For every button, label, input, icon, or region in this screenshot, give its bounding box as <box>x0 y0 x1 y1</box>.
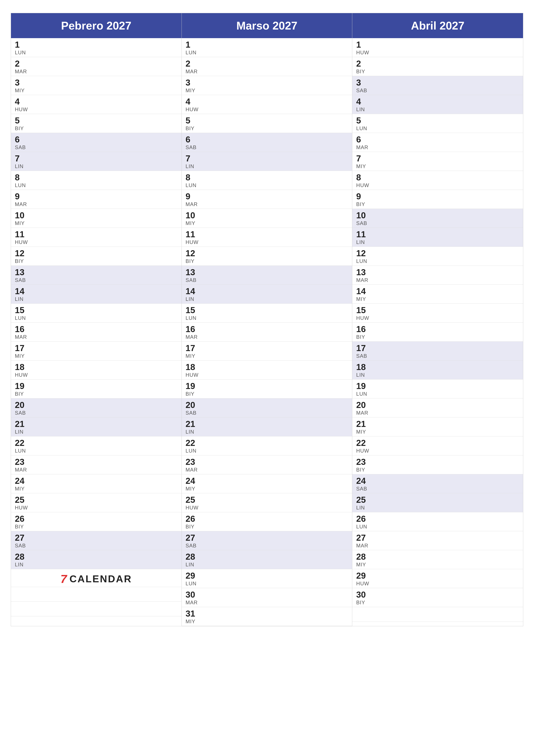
day-name: MIY <box>186 618 348 625</box>
day-row: 4HUW <box>182 95 352 114</box>
day-name: MAR <box>186 334 348 340</box>
day-name: LIN <box>15 429 178 435</box>
day-number: 7 <box>186 154 348 163</box>
day-row: 9BIY <box>352 190 523 209</box>
day-row: 1LUN <box>182 38 352 57</box>
day-name: LIN <box>15 562 178 568</box>
day-number: 4 <box>15 97 178 106</box>
day-row: 30BIY <box>352 588 523 607</box>
day-number: 4 <box>186 97 348 106</box>
day-number: 15 <box>186 305 348 315</box>
day-name: LUN <box>15 315 178 321</box>
day-name: SAB <box>356 486 519 492</box>
day-row: 16MAR <box>182 323 352 341</box>
day-number: 29 <box>356 571 519 580</box>
day-row: 27SAB <box>182 531 352 550</box>
month-column-2: 1HUW2BIY3SAB4LIN5LUN6MAR7MIY8HUW9BIY10SA… <box>352 38 523 626</box>
day-number: 7 <box>15 154 178 163</box>
day-name: SAB <box>356 220 519 226</box>
day-row: 2MAR <box>11 57 182 76</box>
day-row: 24MIY <box>182 474 352 493</box>
day-row: 9MAR <box>11 190 182 209</box>
day-name: LUN <box>186 580 348 587</box>
day-number: 2 <box>15 59 178 68</box>
day-name: SAB <box>15 277 178 283</box>
day-row: 7LIN <box>11 152 182 171</box>
day-name: MAR <box>15 334 178 340</box>
day-name: BIY <box>356 600 519 606</box>
day-name: LIN <box>186 296 348 302</box>
day-row: 20MAR <box>352 398 523 418</box>
day-number: 9 <box>15 192 178 201</box>
month-header-1: Marso 2027 <box>182 13 352 38</box>
day-number: 22 <box>186 438 348 447</box>
logo-row: 7CALENDAR <box>11 569 182 587</box>
day-row: 16BIY <box>352 323 523 341</box>
day-number: 26 <box>186 514 348 524</box>
day-row: 4HUW <box>11 95 182 114</box>
day-name: HUW <box>356 315 519 321</box>
day-number: 1 <box>356 40 519 49</box>
day-row: 14LIN <box>182 285 352 304</box>
day-number: 27 <box>356 533 519 542</box>
day-name: MAR <box>186 600 348 606</box>
day-number: 21 <box>186 419 348 429</box>
day-name: SAB <box>356 88 519 94</box>
day-number: 30 <box>186 590 348 599</box>
day-number: 25 <box>356 495 519 504</box>
day-row: 22LUN <box>11 436 182 455</box>
day-number: 1 <box>15 40 178 49</box>
day-row: 17MIY <box>11 341 182 361</box>
day-name: LIN <box>356 372 519 378</box>
day-number: 15 <box>15 305 178 315</box>
day-name: BIY <box>15 524 178 530</box>
day-name: LUN <box>186 448 348 454</box>
day-number: 12 <box>15 249 178 258</box>
day-row: 27SAB <box>11 531 182 550</box>
day-number: 10 <box>186 210 348 220</box>
day-number: 23 <box>186 457 348 467</box>
month-column-0: 1LUN2MAR3MIY4HUW5BIY6SAB7LIN8LUN9MAR10MI… <box>11 38 182 626</box>
day-name: LUN <box>186 182 348 188</box>
day-number: 21 <box>15 419 178 429</box>
day-name: SAB <box>186 543 348 549</box>
day-row: 18HUW <box>182 361 352 380</box>
day-name: HUW <box>15 106 178 113</box>
day-name: LUN <box>356 125 519 131</box>
month-column-1: 1LUN2MAR3MIY4HUW5BIY6SAB7LIN8LUN9MAR10MI… <box>182 38 352 626</box>
day-row: 27MAR <box>352 531 523 550</box>
day-name: BIY <box>15 125 178 131</box>
empty-row <box>352 607 523 622</box>
day-name: MAR <box>356 543 519 549</box>
day-number: 16 <box>15 324 178 334</box>
day-number: 26 <box>356 514 519 524</box>
day-name: BIY <box>15 258 178 264</box>
day-number: 30 <box>356 590 519 599</box>
day-number: 24 <box>15 476 178 486</box>
empty-row <box>11 602 182 616</box>
day-row: 23MAR <box>11 455 182 474</box>
day-name: MAR <box>356 277 519 283</box>
day-row: 24MIY <box>11 474 182 493</box>
day-number: 11 <box>15 230 178 239</box>
day-name: LUN <box>186 50 348 56</box>
day-row: 8LUN <box>11 171 182 190</box>
day-row: 20SAB <box>182 398 352 418</box>
day-row: 21LIN <box>11 418 182 436</box>
day-row: 6MAR <box>352 133 523 152</box>
day-number: 28 <box>15 552 178 561</box>
day-row: 10MIY <box>11 209 182 228</box>
day-number: 18 <box>356 362 519 372</box>
day-row: 26BIY <box>182 512 352 531</box>
day-number: 13 <box>356 267 519 277</box>
day-name: MAR <box>356 145 519 150</box>
day-number: 20 <box>15 400 178 410</box>
day-number: 3 <box>15 78 178 87</box>
day-row: 2MAR <box>182 57 352 76</box>
day-row: 18LIN <box>352 361 523 380</box>
day-row: 18HUW <box>11 361 182 380</box>
day-name: BIY <box>186 524 348 530</box>
day-number: 19 <box>15 381 178 391</box>
day-name: MAR <box>356 410 519 416</box>
day-number: 3 <box>186 78 348 87</box>
